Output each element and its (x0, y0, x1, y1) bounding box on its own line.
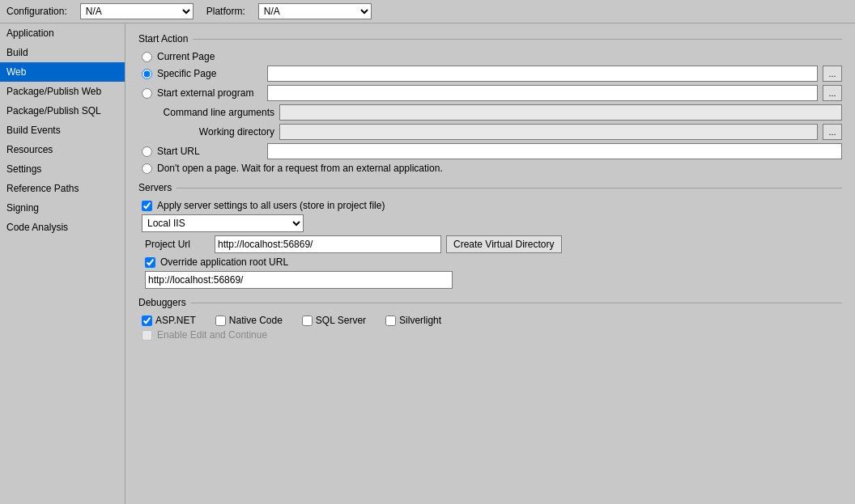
sidebar-item-build-events[interactable]: Build Events (0, 121, 125, 140)
sidebar-item-code-analysis[interactable]: Code Analysis (0, 218, 125, 237)
working-dir-browse-button[interactable]: ... (823, 124, 842, 140)
sidebar-item-package-publish-sql[interactable]: Package/Publish SQL (0, 101, 125, 121)
current-page-radio[interactable] (142, 52, 152, 62)
debuggers-section: Debuggers ASP.NET Native Code SQL Server (138, 297, 842, 341)
sidebar-item-web[interactable]: Web (0, 62, 125, 82)
sidebar-item-application[interactable]: Application (0, 23, 125, 43)
create-vdir-button[interactable]: Create Virtual Directory (446, 235, 562, 253)
current-page-label: Current Page (157, 51, 262, 62)
apply-settings-checkbox[interactable] (142, 201, 152, 211)
edit-continue-row: Enable Edit and Continue (138, 329, 842, 341)
start-external-browse-button[interactable]: ... (823, 85, 842, 101)
aspnet-label: ASP.NET (155, 315, 196, 326)
main-layout: ApplicationBuildWebPackage/Publish WebPa… (0, 23, 855, 504)
current-page-row: Current Page (138, 51, 842, 62)
debuggers-header: Debuggers (138, 297, 842, 308)
command-line-label: Command line arguments (153, 107, 274, 118)
override-checkbox-row: Override application root URL (138, 256, 842, 268)
specific-page-row: Specific Page ... (138, 66, 842, 82)
start-external-label: Start external program (157, 87, 262, 99)
dont-open-radio[interactable] (142, 163, 152, 174)
native-checkbox[interactable] (215, 316, 226, 326)
sidebar-item-reference-paths[interactable]: Reference Paths (0, 179, 125, 198)
aspnet-debugger: ASP.NET (142, 315, 196, 326)
platform-label: Platform: (206, 6, 245, 17)
dont-open-row: Don't open a page. Wait for a request fr… (138, 163, 842, 174)
silverlight-label: Silverlight (399, 315, 441, 326)
start-external-row: Start external program ... (138, 85, 842, 101)
working-dir-row: Working directory ... (138, 124, 842, 140)
project-url-input[interactable] (215, 235, 441, 253)
project-url-label: Project Url (145, 239, 210, 250)
config-label: Configuration: (6, 6, 67, 17)
native-label: Native Code (229, 315, 283, 326)
sidebar: ApplicationBuildWebPackage/Publish WebPa… (0, 23, 125, 504)
working-dir-label: Working directory (153, 126, 274, 138)
edit-continue-checkbox[interactable] (142, 330, 152, 341)
silverlight-checkbox[interactable] (385, 316, 396, 326)
debuggers-title: Debuggers (138, 297, 186, 308)
server-type-select[interactable]: Local IIS IIS Express Custom (142, 214, 304, 232)
start-url-radio[interactable] (142, 146, 152, 157)
servers-section: Servers Apply server settings to all use… (138, 182, 842, 289)
apply-settings-row: Apply server settings to all users (stor… (138, 200, 842, 211)
apply-settings-label: Apply server settings to all users (stor… (157, 200, 385, 211)
content-area: Start Action Current Page Specific Page … (125, 23, 855, 504)
working-dir-input[interactable] (279, 124, 818, 140)
native-debugger: Native Code (215, 315, 283, 326)
specific-page-radio[interactable] (142, 69, 152, 79)
specific-page-label: Specific Page (157, 68, 262, 79)
dont-open-label: Don't open a page. Wait for a request fr… (157, 163, 443, 174)
start-url-row: Start URL (138, 143, 842, 159)
config-select[interactable]: N/A (80, 3, 194, 19)
override-url-row (138, 271, 842, 289)
start-action-header: Start Action (138, 33, 842, 44)
start-external-input[interactable] (267, 85, 818, 101)
server-select-row: Local IIS IIS Express Custom (138, 214, 842, 232)
platform-select[interactable]: N/A (258, 3, 372, 19)
override-label: Override application root URL (160, 256, 288, 268)
project-url-row: Project Url Create Virtual Directory (138, 235, 842, 253)
start-url-input[interactable] (267, 143, 842, 159)
sql-label: SQL Server (316, 315, 366, 326)
top-bar: Configuration: N/A Platform: N/A (0, 0, 855, 23)
command-line-input[interactable] (279, 104, 842, 121)
start-url-label: Start URL (157, 146, 262, 157)
start-action-section: Start Action Current Page Specific Page … (138, 33, 842, 174)
override-url-checkbox[interactable] (145, 257, 155, 268)
command-line-row: Command line arguments (138, 104, 842, 121)
sidebar-item-signing[interactable]: Signing (0, 198, 125, 218)
edit-continue-label: Enable Edit and Continue (157, 329, 267, 341)
sidebar-item-build[interactable]: Build (0, 43, 125, 62)
servers-title: Servers (138, 182, 172, 193)
sidebar-item-resources[interactable]: Resources (0, 140, 125, 159)
sidebar-item-settings[interactable]: Settings (0, 159, 125, 179)
sql-debugger: SQL Server (302, 315, 366, 326)
start-external-radio[interactable] (142, 88, 152, 99)
override-url-input[interactable] (145, 271, 453, 289)
silverlight-debugger: Silverlight (385, 315, 441, 326)
specific-page-browse-button[interactable]: ... (823, 66, 842, 82)
servers-header: Servers (138, 182, 842, 193)
debuggers-row: ASP.NET Native Code SQL Server Silverlig… (138, 315, 842, 326)
sidebar-item-package-publish-web[interactable]: Package/Publish Web (0, 82, 125, 101)
start-action-title: Start Action (138, 33, 188, 44)
sql-checkbox[interactable] (302, 316, 313, 326)
specific-page-input[interactable] (267, 66, 818, 82)
aspnet-checkbox[interactable] (142, 316, 152, 326)
